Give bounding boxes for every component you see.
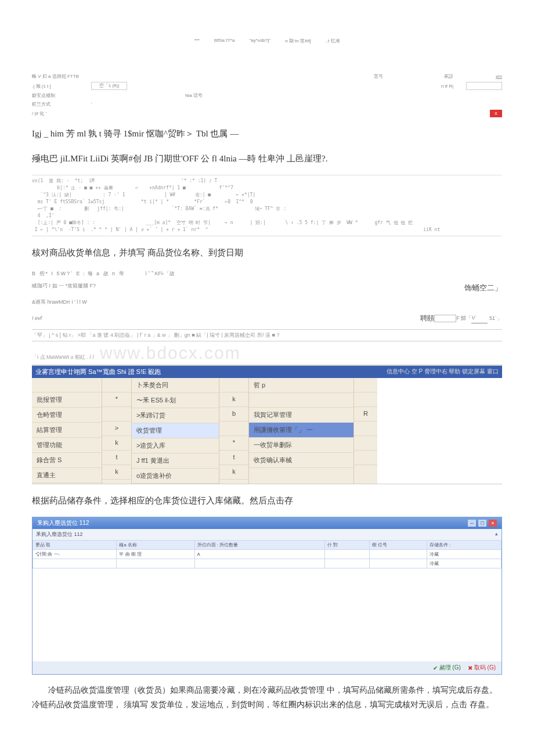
submenu-item[interactable]: o逵货進补价: [132, 469, 219, 484]
dialog-footer: 赭理 (G) 取码 (G): [33, 661, 501, 674]
arrow-icon: t: [219, 451, 248, 465]
th: 要品 取: [33, 541, 117, 550]
subsub-item[interactable]: 我賀记單管理: [249, 408, 353, 423]
panel-collapse-icon[interactable]: ▴: [495, 531, 498, 538]
th: 樹 位号: [369, 541, 427, 550]
f2-l4-box[interactable]: [434, 315, 456, 322]
th: 所位白面 : 所位数量: [194, 541, 324, 550]
menu-col-b: * > k t k: [102, 378, 132, 484]
menu-col-f: R: [354, 378, 377, 484]
td: A: [194, 550, 324, 559]
arrow-icon: [102, 378, 131, 393]
f1-r2-c: ri tf R|: [441, 84, 453, 89]
f2-l3: &谁耳 hrawMDrr i ' l l W: [32, 299, 87, 305]
tg-a: ***: [194, 38, 199, 44]
dialog-panel: 釆购入塵选货位 112 – □ × 釆购入塵选货位 112 ▴ 要品 取 種a …: [32, 517, 502, 675]
subsub-item[interactable]: 收货确认車械: [249, 453, 353, 468]
garble-block-1: vn(1 显 我: - *t; iM '* :* :1) ♪ T b|:* 止 …: [32, 175, 502, 236]
paragraph: 冷链药品收货温度管理（收货员）如果商品需要冷藏，则在冷藏药品收货管理 中，填写药…: [32, 683, 502, 712]
table-header-row: 要品 取 種a 名称 所位白面 : 所位数量 什 對 樹 位号 存储条件 :: [33, 541, 501, 550]
f2-l4r-b: F: [456, 314, 460, 323]
f1-r1-a: 略 V 归 a 选择犯 FTTB: [32, 73, 79, 80]
td: 平 曲 樹 理: [117, 550, 194, 559]
sidebar-item[interactable]: 仓畤管理: [32, 408, 102, 423]
td: [324, 559, 369, 568]
f1-r5-a: / |# 化 ': [32, 110, 78, 117]
watermark-row-big: 「i 点 MaWieWt o 柑紅 . / / www.bdocx.com: [32, 341, 502, 365]
subsub-item-selected[interactable]: 用謙擁收箠理「」 一: [249, 423, 353, 438]
submenu-item[interactable]: 〜釆 ES5 il-划: [132, 393, 219, 408]
sidebar-item[interactable]: 結算管理: [32, 423, 102, 438]
dialog-titlebar: 釆购入塵选货位 112 – □ ×: [33, 517, 501, 529]
menu-col-a: 批报管理 仓畤管理 結算管理 管理功能 錄合营 S 直通主: [32, 378, 102, 484]
dialog-blank-area: [33, 568, 501, 661]
maximize-icon[interactable]: □: [478, 520, 486, 527]
minimize-icon[interactable]: –: [468, 520, 476, 527]
tg-e: ..t 忆准: [326, 38, 340, 44]
wm-left: 「i 点 MaWieWt o 柑紅 . / /: [32, 354, 100, 361]
subsub-top: 哲 p: [249, 378, 353, 393]
submenu-item[interactable]: J ff1 黄退出: [132, 453, 219, 469]
f2-l4r-d[interactable]: V: [471, 314, 488, 323]
td: 冷藏: [427, 550, 501, 559]
menu-col-c: 卜釆獒合冋 〜釆 ES5 il-划 >釆蹄订货 收货管理 >逵货入库 J ff1…: [132, 378, 219, 484]
main-line-4: 根据药品储存条件，选择相应的仓库货位进行入库储藏。然后点击存: [32, 492, 502, 509]
form-block-2: B 些* I 5W?` E：每 a 故 n 帝 ì ˆ ˜ KFi-「故 眦珈巧…: [32, 269, 502, 325]
table-row[interactable]: *計閉 曲 一- 平 曲 樹 理 A 冷藏: [33, 550, 501, 559]
f1-r2-button[interactable]: 空「1 (ft)|: [91, 82, 127, 90]
f1-r2-a: .| 顺 (1 t ]: [32, 83, 78, 89]
arrow-icon: k: [102, 436, 131, 451]
td: [117, 559, 194, 568]
subsub-item[interactable]: 一收贸单删际: [249, 438, 353, 453]
f1-r2-box[interactable]: [466, 82, 502, 90]
submenu-item[interactable]: >逵货入库: [132, 438, 219, 453]
watermark-row-top: 「罕」 j ^ s [ 钻 r」 >耶 「a 進 號 4 刵恣临」 | f` r…: [32, 329, 502, 341]
td: *計閉 曲 一-: [33, 550, 117, 559]
sidebar-item[interactable]: 批报管理: [32, 393, 102, 408]
main-line-2: 殛电巴 jiLMFit LiiDi 英啊#创 JB 门期世'OFF 公 fl 4…: [32, 150, 502, 167]
menu-table: 业雾言埋申廿翊两 Sa™寬曲 Shi 證 S!E 覾跑 信息中心 空 P 脅理中…: [32, 365, 502, 484]
f2-l4r-c: 歸「: [461, 314, 471, 323]
arrow-icon: k: [102, 465, 131, 480]
mark-icon: [354, 378, 377, 393]
f1-r3-b: Nia 话号: [185, 92, 203, 99]
close-icon[interactable]: X: [490, 110, 502, 117]
submenu-item-selected[interactable]: 收货管理: [132, 423, 219, 438]
watermark-text: www.bdocx.com: [100, 343, 502, 363]
top-garble-row: *** ttifSa`tT*a "ay*±i&i?j" n 期 tn 世#if]…: [32, 38, 502, 44]
th: 存储条件 :: [427, 541, 501, 550]
sidebar-item[interactable]: 管理功能: [32, 438, 102, 453]
f1-r1-d[interactable]: yrn: [496, 74, 502, 79]
ok-button[interactable]: 赭理 (G): [433, 664, 461, 672]
arrow-icon: [102, 407, 131, 422]
subsub-item[interactable]: [249, 393, 353, 408]
th: 種a 名称: [117, 541, 194, 550]
tg-c: "ay*±i&i?j": [249, 38, 270, 44]
sidebar-item[interactable]: [32, 378, 102, 393]
sidebar-item[interactable]: 錄合营 S: [32, 453, 102, 468]
table-row[interactable]: 冷藏: [33, 559, 501, 568]
submenu-item[interactable]: >釆蹄订货: [132, 408, 219, 423]
tg-b: ttifSa`tT*a: [214, 38, 235, 44]
dialog-table: 要品 取 種a 名称 所位白面 : 所位数量 什 對 樹 位号 存储条件 : *…: [33, 540, 501, 568]
mark-icon: [354, 393, 377, 407]
f2-l2r: 饰蛹空二」: [464, 282, 502, 294]
f2-l2: 眦珈巧 I 如 一 *攻箱屢脯 F?: [32, 282, 96, 294]
td: 冷藏: [427, 559, 501, 568]
submenu-item[interactable]: 卜釆獒合冋: [132, 378, 219, 393]
arrow-icon: *: [102, 393, 131, 407]
f2-l4r-e: 51`」: [489, 314, 502, 323]
sidebar-item[interactable]: 直通主: [32, 468, 102, 483]
f2-l4: ï evf: [32, 314, 42, 323]
menu-header-left: 业雾言埋申廿翊两 Sa™寬曲 Shi 證 S!E 覾跑: [35, 368, 161, 376]
f1-r1-c: 有語: [443, 73, 453, 80]
arrow-icon: t: [102, 451, 131, 465]
cancel-button[interactable]: 取码 (G): [468, 664, 496, 672]
arrow-icon: k: [219, 393, 248, 407]
dialog-title: 釆购入塵选货位 112: [37, 519, 89, 527]
close-icon[interactable]: ×: [489, 520, 497, 527]
wm-top-text: 「罕」 j ^ s [ 钻 r」 >耶 「a 進 號 4 刵恣临」 | f` r…: [32, 332, 279, 339]
mark-icon: R: [354, 407, 377, 422]
menu-header-right: 信息中心 空 P 脅理中右 帮助 锁定屏幕 窗口: [387, 368, 499, 376]
form-block-1: 略 V 归 a 选择犯 FTTB 言弓 有語 yrn .| 顺 (1 t ] 空…: [32, 73, 502, 117]
